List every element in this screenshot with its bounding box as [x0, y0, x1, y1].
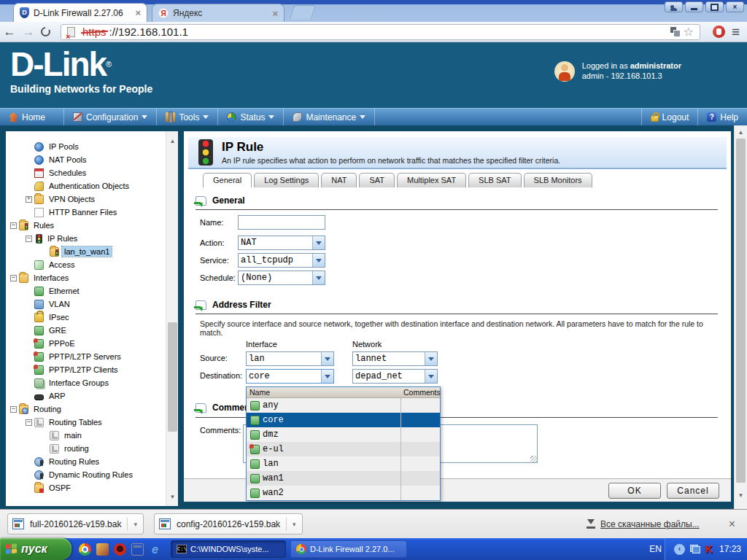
chevron-down-icon[interactable] [321, 352, 333, 365]
sidebar-tree-item[interactable]: PPTP/L2TP Clients [6, 363, 166, 376]
tab-slb-monitors[interactable]: SLB Monitors [524, 173, 592, 187]
insecure-page-icon[interactable]: × [67, 27, 75, 37]
network-tray-icon[interactable] [690, 545, 700, 553]
sidebar-tree-item[interactable]: lan_to_wan1 [6, 245, 166, 258]
paint-icon[interactable] [96, 543, 109, 556]
close-button[interactable]: × [726, 1, 744, 12]
sidebar-tree-item[interactable]: routing [6, 442, 166, 455]
tab-log-settings[interactable]: Log Settings [254, 173, 319, 187]
sidebar-tree-item[interactable]: Authentication Objects [6, 179, 166, 192]
sidebar-tree-item[interactable]: Access [6, 258, 166, 271]
sidebar-tree-item[interactable]: Routing Rules [6, 455, 166, 468]
chevron-down-icon[interactable] [425, 352, 437, 365]
chevron-down-icon[interactable]: ▾ [286, 518, 298, 531]
sidebar-tree-item[interactable]: NAT Pools [6, 153, 166, 166]
name-input[interactable] [238, 215, 325, 230]
sidebar-tree-item[interactable]: ARP [6, 389, 166, 402]
dropdown-option[interactable]: dmz [247, 427, 440, 442]
tree-expander-icon[interactable]: − [10, 406, 17, 413]
sidebar-tree-item[interactable]: − Routing Tables [6, 416, 166, 429]
menu-item-status[interactable]: Status [218, 109, 284, 125]
ok-button[interactable]: OK [608, 483, 661, 499]
menu-item-home[interactable]: Home [0, 109, 64, 125]
bookmark-star-icon[interactable]: ☆ [684, 25, 694, 39]
sidebar-tree-item[interactable]: − Interfaces [6, 271, 166, 284]
dropdown-option[interactable]: lan [247, 456, 440, 471]
source-interface-select[interactable]: lan [246, 351, 334, 366]
tab-general[interactable]: General [203, 173, 252, 187]
schedule-select[interactable]: (None) [238, 271, 325, 285]
dropdown-option[interactable]: wan2 [247, 486, 440, 500]
start-button[interactable]: пуск [0, 538, 71, 560]
dropdown-option[interactable]: wan1 [247, 471, 440, 486]
help-button[interactable]: ? Help [697, 109, 747, 125]
scroll-up-icon[interactable]: ▲ [735, 127, 747, 139]
destination-interface-select[interactable]: core [246, 369, 334, 384]
sidebar-tree-item[interactable]: Schedules [6, 166, 166, 179]
full-20160126-v159.bak[interactable]: full-20160126-v159.bak ▾ [7, 513, 144, 534]
translate-icon[interactable] [670, 27, 681, 37]
dropdown-option[interactable]: e-ul [247, 442, 440, 456]
menu-item-configuration[interactable]: Configuration [64, 109, 157, 125]
close-downloads-bar-icon[interactable]: × [729, 518, 735, 531]
sidebar-tree-item[interactable]: IP Pools [6, 140, 166, 153]
calculator-icon[interactable] [131, 543, 144, 556]
sidebar-tree-item[interactable]: Interface Groups [6, 376, 166, 389]
chrome-icon[interactable] [79, 543, 91, 556]
chevron-down-icon[interactable]: ▾ [127, 518, 139, 531]
sidebar-tree-item[interactable]: + VPN Objects [6, 192, 166, 206]
reload-icon[interactable] [41, 27, 50, 36]
sidebar-tree-item[interactable]: PPTP/L2TP Servers [6, 350, 166, 363]
opera-icon[interactable] [114, 543, 126, 556]
sidebar-tree-item[interactable]: Ethernet [6, 284, 166, 298]
chevron-down-icon[interactable] [321, 370, 333, 383]
logout-button[interactable]: Logout [641, 109, 698, 125]
source-network-select[interactable]: lannet [352, 351, 438, 366]
tree-expander-icon[interactable]: + [26, 196, 32, 203]
sidebar-tree-item[interactable]: OSPF [6, 481, 166, 494]
tab-slb-sat[interactable]: SLB SAT [468, 173, 521, 187]
tab-close-icon[interactable]: × [135, 7, 141, 18]
textarea-resize-grip[interactable] [530, 456, 537, 462]
tab-nat[interactable]: NAT [321, 173, 357, 187]
tree-scrollbar[interactable]: ▲ ▼ [166, 131, 178, 506]
taskbar-item-cmd[interactable]: C:\ C:\WINDOWS\syste... [171, 540, 286, 558]
action-select[interactable]: NAT [238, 236, 325, 250]
sidebar-tree-item[interactable]: PPPoE [6, 337, 166, 350]
sidebar-tree-item[interactable]: Dynamic Routing Rules [6, 468, 166, 481]
language-indicator[interactable]: EN [649, 544, 662, 554]
scroll-up-icon[interactable]: ▲ [166, 136, 178, 147]
sidebar-tree-item[interactable]: IPsec [6, 311, 166, 324]
destination-network-select[interactable]: depad_net [352, 369, 438, 384]
config-20160126-v159.bak[interactable]: config-20160126-v159.bak ▾ [154, 513, 303, 534]
scrollbar-thumb[interactable] [736, 139, 746, 483]
forward-icon[interactable]: → [19, 25, 38, 39]
browser-menu-icon[interactable]: ≡ [732, 24, 740, 40]
internet-explorer-icon[interactable]: e [149, 543, 161, 556]
cancel-button[interactable]: Cancel [667, 483, 719, 499]
kaspersky-icon[interactable]: K [705, 543, 713, 555]
sidebar-tree-item[interactable]: − Rules [6, 219, 166, 232]
service-select[interactable]: all_tcpudp [238, 253, 325, 268]
menu-item-tools[interactable]: Tools [157, 109, 218, 125]
new-tab-button[interactable] [290, 5, 316, 19]
chevron-down-icon[interactable] [425, 370, 437, 383]
tree-expander-icon[interactable]: − [26, 419, 32, 426]
scroll-down-icon[interactable]: ▼ [166, 491, 178, 503]
sidebar-tree-item[interactable]: − Routing [6, 402, 166, 416]
page-scrollbar[interactable]: ▲ ▼ [734, 125, 747, 509]
show-all-downloads-link[interactable]: Все скачанные файлы... [587, 519, 700, 529]
tree-expander-icon[interactable]: − [26, 236, 32, 242]
browser-tab-active[interactable]: D D-Link Firewall 2.27.06 × [13, 3, 147, 22]
scrollbar-thumb[interactable] [168, 322, 177, 432]
menu-item-maintenance[interactable]: Maintenance [284, 109, 375, 125]
tree-expander-icon[interactable]: − [10, 275, 17, 281]
address-bar[interactable]: × https ://192.168.101.1 ☆ [61, 24, 700, 40]
profile-button[interactable] [665, 1, 683, 12]
adblock-hand-icon[interactable] [713, 26, 725, 38]
tray-collapse-icon[interactable]: ‹ [674, 544, 685, 555]
tab-multiplex-sat[interactable]: Multiplex SAT [397, 173, 466, 187]
sidebar-tree-item[interactable]: HTTP Banner Files [6, 206, 166, 219]
browser-tab-yandex[interactable]: Я Яндекс × [152, 4, 285, 22]
chevron-down-icon[interactable] [312, 236, 325, 249]
